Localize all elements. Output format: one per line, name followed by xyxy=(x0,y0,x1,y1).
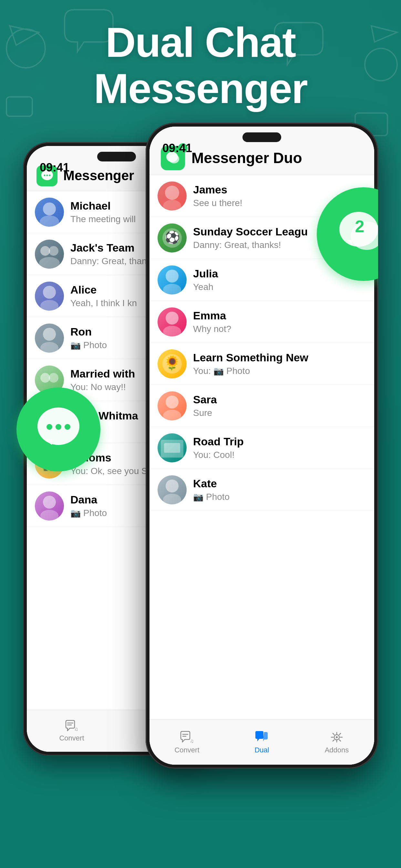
left-dynamic-island xyxy=(97,152,136,161)
chat-preview-kate: 📷 Photo xyxy=(193,492,366,502)
svg-point-34 xyxy=(65,424,70,430)
chat-preview-sara: Sure xyxy=(193,408,366,418)
right-bubble-icon: 2 xyxy=(335,205,378,263)
svg-point-21 xyxy=(40,373,50,383)
svg-point-37 xyxy=(165,186,179,200)
chat-preview-road: You: Cool! xyxy=(193,450,366,460)
addons-icon xyxy=(329,731,344,744)
svg-point-20 xyxy=(40,342,58,352)
left-bubble-icon xyxy=(33,404,84,455)
chat-item-emma[interactable]: Emma Why not? xyxy=(150,301,374,343)
avatar-james xyxy=(158,182,187,211)
svg-point-44 xyxy=(163,326,181,337)
chat-info-sara: Sara Sure xyxy=(193,393,366,418)
chat-item-kate[interactable]: Kate 📷 Photo xyxy=(150,469,374,511)
svg-point-32 xyxy=(47,424,52,430)
svg-point-27 xyxy=(40,510,58,521)
chat-item-sara[interactable]: Sara Sure xyxy=(150,385,374,427)
right-tab-bar: ♫ Convert Dual xyxy=(150,719,374,765)
right-status-bar: 09:41 xyxy=(150,127,374,159)
avatar-ron xyxy=(35,323,64,352)
svg-point-48 xyxy=(163,410,181,421)
chat-preview-julia: Yeah xyxy=(193,282,366,292)
svg-point-13 xyxy=(40,215,59,227)
svg-point-14 xyxy=(40,246,50,256)
left-status-time: 09:41 xyxy=(40,161,69,175)
svg-point-12 xyxy=(43,203,56,215)
svg-point-57 xyxy=(336,736,338,738)
svg-rect-50 xyxy=(164,443,180,453)
chat-preview-learn: You: 📷 Photo xyxy=(193,366,366,376)
hero-title: Dual Chat Messenger xyxy=(0,20,401,112)
right-dynamic-island xyxy=(243,132,281,142)
avatar-soccer: ⚽ xyxy=(158,223,187,252)
chat-name-learn: Learn Something New xyxy=(193,351,366,364)
avatar-jacks xyxy=(35,240,64,269)
chat-name-sara: Sara xyxy=(193,393,366,406)
svg-point-42 xyxy=(163,284,181,294)
right-tab-convert-label: Convert xyxy=(174,746,199,754)
svg-text:🌻: 🌻 xyxy=(164,355,181,371)
right-tab-convert[interactable]: ♫ Convert xyxy=(150,731,224,754)
right-tab-addons-label: Addons xyxy=(325,746,349,754)
svg-point-22 xyxy=(49,373,58,383)
avatar-alice xyxy=(35,282,64,311)
svg-point-17 xyxy=(43,286,56,299)
chat-item-road[interactable]: Road Trip You: Cool! xyxy=(150,427,374,469)
svg-point-41 xyxy=(166,270,179,283)
chat-name-emma: Emma xyxy=(193,309,366,322)
right-tab-dual[interactable]: Dual xyxy=(224,731,299,754)
avatar-road xyxy=(158,433,187,462)
chat-info-learn: Learn Something New You: 📷 Photo xyxy=(193,351,366,376)
svg-point-51 xyxy=(166,479,179,492)
avatar-emma xyxy=(158,307,187,337)
svg-text:2: 2 xyxy=(355,217,365,236)
right-tab-addons[interactable]: Addons xyxy=(299,731,374,754)
svg-point-15 xyxy=(49,246,58,256)
right-phone: 09:41 2 Messenger Duo xyxy=(146,123,378,769)
right-status-time: 09:41 xyxy=(162,142,192,155)
chat-info-emma: Emma Why not? xyxy=(193,309,366,334)
avatar-dana xyxy=(35,492,64,521)
svg-point-52 xyxy=(163,494,181,504)
avatar-learn: 🌻 xyxy=(158,349,187,378)
svg-point-38 xyxy=(163,200,181,211)
chat-name-road: Road Trip xyxy=(193,435,366,448)
chat-preview-emma: Why not? xyxy=(193,324,366,334)
svg-point-33 xyxy=(56,424,61,430)
left-green-bubble xyxy=(17,388,100,471)
left-tab-convert-label: Convert xyxy=(59,734,84,742)
avatar-sara xyxy=(158,392,187,421)
avatar-julia xyxy=(158,266,187,294)
svg-point-16 xyxy=(39,257,60,269)
dual-icon-right xyxy=(254,731,269,744)
chat-item-learn[interactable]: 🌻 Learn Something New You: 📷 Photo xyxy=(150,343,374,385)
svg-point-26 xyxy=(43,496,56,508)
svg-point-47 xyxy=(166,396,179,408)
avatar-kate xyxy=(158,475,187,504)
svg-point-18 xyxy=(40,300,58,311)
left-tab-convert[interactable]: ♫ Convert xyxy=(27,720,117,742)
svg-text:⚽: ⚽ xyxy=(165,230,180,245)
svg-point-43 xyxy=(166,312,179,324)
svg-text:♫: ♫ xyxy=(74,726,78,732)
convert-icon-right: ♫ xyxy=(180,731,194,744)
phones-container: 09:41 Messenger xyxy=(23,123,378,833)
svg-text:♫: ♫ xyxy=(190,738,194,744)
convert-icon-left: ♫ xyxy=(65,720,79,732)
avatar-michael xyxy=(35,197,64,227)
right-tab-dual-label: Dual xyxy=(254,746,269,754)
chat-info-road: Road Trip You: Cool! xyxy=(193,435,366,460)
svg-point-19 xyxy=(43,328,56,341)
chat-name-kate: Kate xyxy=(193,477,366,490)
chat-info-kate: Kate 📷 Photo xyxy=(193,477,366,502)
